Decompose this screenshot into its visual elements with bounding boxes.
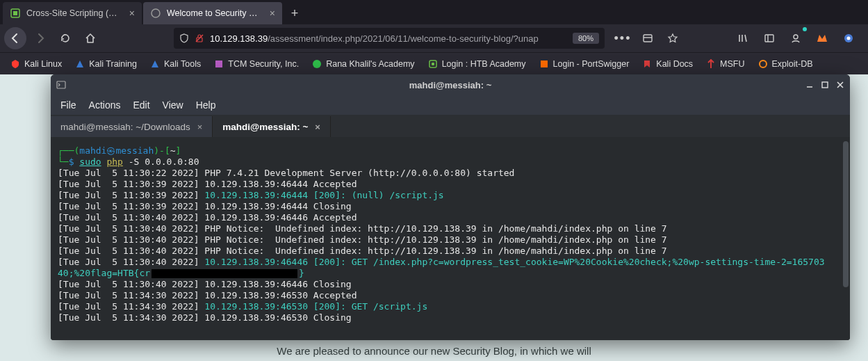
- terminal-tab-active[interactable]: mahdi@messiah: ~ ×: [213, 116, 331, 137]
- bookmark-star-icon[interactable]: [662, 27, 684, 49]
- terminal-window: mahdi@messiah: ~ File Actions Edit View …: [51, 74, 850, 340]
- terminal-tabs: mahdi@messiah: ~/Downloads × mahdi@messi…: [51, 115, 850, 137]
- bookmark-icon: [705, 58, 716, 70]
- browser-tab-active[interactable]: Welcome to Security Blog – ×: [143, 2, 282, 24]
- close-icon[interactable]: ×: [270, 8, 275, 19]
- svg-rect-23: [822, 82, 828, 88]
- svg-line-9: [745, 35, 746, 42]
- terminal-titlebar[interactable]: mahdi@messiah: ~: [51, 74, 850, 95]
- bookmark-item[interactable]: Kali Tools: [144, 56, 206, 72]
- bookmark-item[interactable]: Login : HTB Academy: [422, 56, 532, 72]
- reload-button[interactable]: [54, 27, 76, 49]
- toolbar-right: [732, 27, 864, 49]
- svg-rect-10: [765, 35, 773, 42]
- browser-tab-strip: Cross-Site Scripting (XSS × Welcome to S…: [0, 0, 868, 24]
- meatball-menu[interactable]: •••: [612, 27, 634, 49]
- back-button[interactable]: [4, 27, 26, 49]
- svg-point-12: [794, 35, 798, 39]
- bookmark-item[interactable]: Login - PortSwigger: [533, 56, 635, 72]
- svg-rect-1: [13, 11, 17, 15]
- foxyproxy-icon[interactable]: [811, 27, 833, 49]
- tab-favicon: [10, 8, 21, 19]
- svg-point-2: [152, 9, 160, 17]
- menu-file[interactable]: File: [55, 97, 82, 113]
- bookmark-icon: [427, 58, 439, 70]
- bookmark-item[interactable]: Kali Training: [69, 56, 142, 72]
- bookmark-icon: [311, 58, 322, 70]
- url-text: 10.129.138.39/assessment/index.php/2021/…: [210, 33, 539, 44]
- shield-icon: [179, 33, 189, 43]
- terminal-app-icon: [56, 80, 67, 90]
- svg-point-14: [847, 37, 851, 40]
- svg-point-16: [313, 60, 321, 68]
- tab-label: Welcome to Security Blog –: [167, 8, 261, 18]
- url-bar[interactable]: 10.129.138.39/assessment/index.php/2021/…: [174, 28, 605, 49]
- svg-rect-21: [57, 81, 65, 88]
- blog-intro-text: We are pleased to announce our new Secur…: [0, 345, 868, 357]
- new-tab-button[interactable]: +: [284, 2, 306, 24]
- tab-favicon: [150, 8, 161, 19]
- bookmark-icon: [539, 58, 550, 70]
- bookmark-item[interactable]: Kali Docs: [636, 56, 698, 72]
- tab-label: Cross-Site Scripting (XSS: [26, 8, 121, 18]
- bookmark-item[interactable]: TCM Security, Inc.: [208, 56, 304, 72]
- bookmark-icon: [641, 58, 653, 70]
- bookmark-icon: [758, 58, 769, 70]
- svg-rect-15: [215, 61, 222, 67]
- bookmark-item[interactable]: Kali Linux: [4, 56, 67, 72]
- scroll-thumb[interactable]: [843, 141, 849, 287]
- redacted-flag: [152, 269, 297, 278]
- bookmark-item[interactable]: MSFU: [700, 56, 750, 72]
- bookmark-item[interactable]: Rana Khalil's Academy: [306, 56, 420, 72]
- svg-rect-19: [541, 61, 548, 67]
- menu-actions[interactable]: Actions: [83, 97, 126, 113]
- svg-point-20: [760, 61, 767, 67]
- forward-button[interactable]: [29, 27, 51, 49]
- close-button[interactable]: [836, 81, 844, 89]
- maximize-button[interactable]: [821, 81, 829, 89]
- bookmarks-bar: Kali Linux Kali Training Kali Tools TCM …: [0, 52, 868, 74]
- menu-view[interactable]: View: [157, 97, 189, 113]
- sidebar-icon[interactable]: [758, 27, 780, 49]
- lock-warning-icon: [195, 33, 204, 43]
- library-icon[interactable]: [732, 27, 754, 49]
- menu-edit[interactable]: Edit: [127, 97, 155, 113]
- bookmark-item[interactable]: Exploit-DB: [752, 56, 819, 72]
- bookmark-icon: [10, 58, 21, 70]
- extension-icon[interactable]: [837, 27, 860, 49]
- protection-icon[interactable]: [637, 27, 659, 49]
- terminal-scrollbar[interactable]: [842, 137, 849, 340]
- account-icon[interactable]: [785, 27, 807, 49]
- terminal-title: mahdi@messiah: ~: [409, 80, 492, 90]
- minimize-button[interactable]: [805, 81, 814, 89]
- close-icon[interactable]: ×: [315, 122, 320, 132]
- svg-rect-18: [432, 63, 434, 65]
- close-icon[interactable]: ×: [197, 122, 203, 132]
- browser-tab[interactable]: Cross-Site Scripting (XSS ×: [3, 2, 142, 24]
- bookmark-icon: [74, 58, 85, 70]
- close-icon[interactable]: ×: [129, 8, 135, 19]
- menu-help[interactable]: Help: [190, 97, 222, 113]
- bookmark-icon: [149, 58, 161, 70]
- zoom-badge[interactable]: 80%: [573, 33, 599, 44]
- svg-rect-5: [644, 35, 652, 42]
- terminal-tab[interactable]: mahdi@messiah: ~/Downloads ×: [51, 116, 213, 137]
- bookmark-icon: [213, 58, 224, 70]
- home-button[interactable]: [79, 27, 101, 49]
- terminal-output[interactable]: ┌──(mahdi㉿messiah)-[~] └─$ sudo php -S 0…: [51, 137, 850, 340]
- terminal-menubar: File Actions Edit View Help: [51, 95, 850, 115]
- browser-navbar: 10.129.138.39/assessment/index.php/2021/…: [0, 24, 868, 52]
